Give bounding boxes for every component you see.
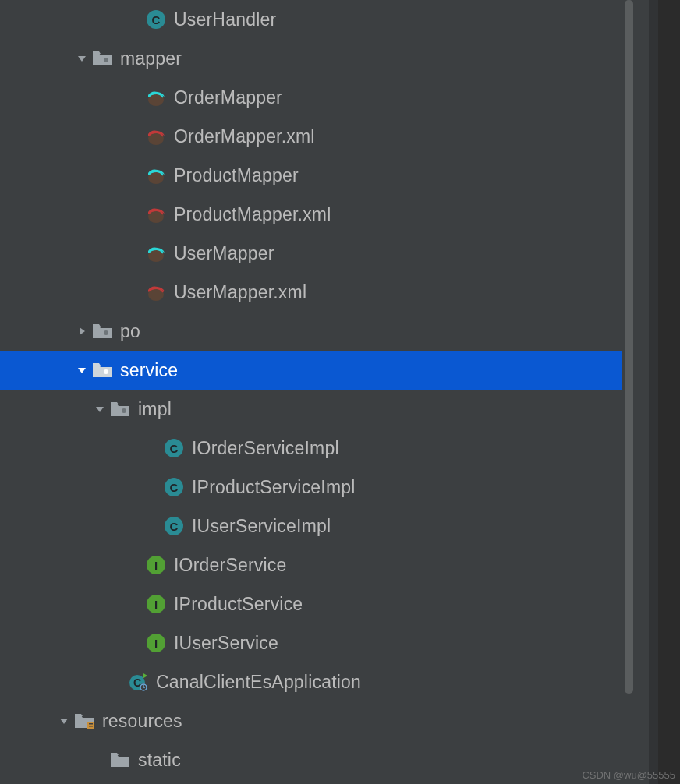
project-tree-panel: CUserHandler mapper OrderMapper OrderMap… xyxy=(0,0,636,784)
tree-row[interactable]: IIOrderService xyxy=(0,546,636,584)
editor-gutter xyxy=(658,0,680,784)
svg-rect-16 xyxy=(89,726,93,727)
interface-icon: I xyxy=(146,594,166,614)
tree-row[interactable]: static xyxy=(0,740,636,779)
tree-item-label: IProductService xyxy=(174,594,303,615)
scrollbar-thumb[interactable] xyxy=(625,0,633,694)
folder-icon xyxy=(92,48,112,69)
tree-row[interactable]: mapper xyxy=(0,39,636,78)
tree-item-label: IOrderService xyxy=(174,555,286,576)
scrollbar-track[interactable] xyxy=(622,0,636,784)
tree-row[interactable]: po xyxy=(0,312,636,351)
mybatis-cyan-icon xyxy=(146,165,166,185)
mybatis-cyan-icon xyxy=(146,87,166,108)
interface-icon: I xyxy=(146,555,166,575)
class-icon: C xyxy=(164,477,184,497)
svg-rect-15 xyxy=(89,723,93,725)
svg-point-0 xyxy=(104,58,108,62)
folder-plain-icon xyxy=(110,750,130,770)
tree-rows-container: CUserHandler mapper OrderMapper OrderMap… xyxy=(0,0,636,779)
chevron-down-icon[interactable] xyxy=(54,715,74,726)
tree-item-label: mapper xyxy=(120,48,182,69)
chevron-down-icon[interactable] xyxy=(72,53,92,64)
mybatis-red-icon xyxy=(146,282,166,302)
panel-divider[interactable] xyxy=(649,0,658,784)
tree-item-label: ProductMapper xyxy=(174,165,299,186)
svg-point-7 xyxy=(104,330,108,335)
tree-row[interactable]: UserMapper xyxy=(0,234,636,273)
tree-row[interactable]: service xyxy=(0,351,636,390)
resource-folder-icon xyxy=(74,711,94,731)
tree-row[interactable]: OrderMapper xyxy=(0,78,636,117)
mybatis-cyan-icon xyxy=(146,243,166,263)
tree-item-label: IProductServiceImpl xyxy=(192,477,356,498)
tree-row[interactable]: impl xyxy=(0,390,636,429)
mybatis-red-icon xyxy=(146,126,166,147)
tree-row[interactable]: CUserHandler xyxy=(0,0,636,39)
folder-icon xyxy=(110,399,130,419)
tree-row[interactable]: IIProductService xyxy=(0,584,636,623)
tree-item-label: static xyxy=(138,750,181,771)
tree-item-label: UserHandler xyxy=(174,9,276,30)
chevron-right-icon[interactable] xyxy=(72,326,92,337)
tree-item-label: IUserServiceImpl xyxy=(192,516,331,537)
folder-icon xyxy=(92,360,112,380)
tree-row[interactable]: CIUserServiceImpl xyxy=(0,507,636,546)
watermark-text: CSDN @wu@55555 xyxy=(582,769,675,781)
tree-row[interactable]: ProductMapper.xml xyxy=(0,195,636,234)
tree-item-label: CanalClientEsApplication xyxy=(156,672,361,693)
tree-row[interactable]: CIOrderServiceImpl xyxy=(0,429,636,468)
chevron-down-icon[interactable] xyxy=(72,365,92,376)
tree-item-label: impl xyxy=(138,399,172,420)
class-icon: C xyxy=(164,438,184,458)
tree-item-label: ProductMapper.xml xyxy=(174,204,331,225)
chevron-down-icon[interactable] xyxy=(90,404,110,415)
tree-item-label: UserMapper.xml xyxy=(174,282,306,303)
tree-row[interactable]: resources xyxy=(0,701,636,740)
tree-row[interactable]: ProductMapper xyxy=(0,156,636,195)
class-icon: C xyxy=(146,9,166,30)
tree-item-label: resources xyxy=(102,711,182,732)
interface-icon: I xyxy=(146,633,166,653)
tree-item-label: OrderMapper xyxy=(174,87,282,108)
tree-row[interactable]: CIProductServiceImpl xyxy=(0,468,636,507)
tree-row[interactable]: C CanalClientEsApplication xyxy=(0,662,636,701)
tree-item-label: service xyxy=(120,360,178,381)
tree-item-label: UserMapper xyxy=(174,243,274,264)
tree-item-label: OrderMapper.xml xyxy=(174,126,315,147)
mybatis-red-icon xyxy=(146,204,166,224)
tree-row[interactable]: UserMapper.xml xyxy=(0,273,636,312)
svg-point-8 xyxy=(104,369,108,374)
tree-item-label: po xyxy=(120,321,140,342)
tree-item-label: IOrderServiceImpl xyxy=(192,438,339,459)
class-icon: C xyxy=(164,516,184,536)
tree-row[interactable]: IIUserService xyxy=(0,623,636,662)
tree-item-label: IUserService xyxy=(174,633,278,654)
folder-icon xyxy=(92,321,112,341)
svg-point-9 xyxy=(122,408,126,413)
tree-row[interactable]: OrderMapper.xml xyxy=(0,117,636,156)
app-icon: C xyxy=(128,672,148,692)
